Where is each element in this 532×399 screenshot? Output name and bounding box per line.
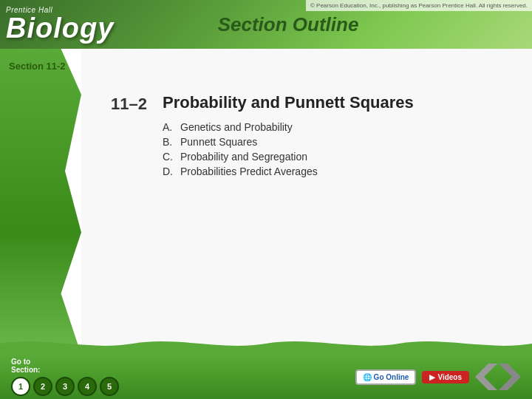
nav-arrows (475, 364, 521, 390)
prev-arrow[interactable] (475, 364, 497, 390)
list-text-b: Punnett Squares (180, 136, 257, 148)
outline-list: A. Genetics and Probability B. Punnett S… (163, 121, 502, 177)
section-btn-1[interactable]: 1 (11, 377, 30, 396)
copyright-bar: © Pearson Education, Inc., publishing as… (306, 0, 532, 11)
section-buttons: 1 2 3 4 5 (11, 377, 119, 396)
go-to-label-line1: Go to (11, 358, 30, 366)
list-item: C. Probability and Segregation (163, 151, 502, 163)
section-btn-5[interactable]: 5 (100, 377, 119, 396)
footer-right: 🌐 Go Online ▶ Videos (355, 364, 521, 390)
list-letter-a: A. (163, 121, 174, 133)
list-letter-b: B. (163, 136, 174, 148)
list-letter-c: C. (163, 151, 174, 163)
section-number: 11–2 (111, 93, 163, 114)
list-item: A. Genetics and Probability (163, 121, 502, 133)
section-title: Probability and Punnett Squares (163, 93, 502, 112)
go-online-icon: 🌐 (363, 373, 372, 381)
section-content: Probability and Punnett Squares A. Genet… (163, 93, 502, 180)
main-content: 11–2 Probability and Punnett Squares A. … (81, 49, 532, 355)
section-btn-2[interactable]: 2 (33, 377, 52, 396)
list-text-a: Genetics and Probability (180, 121, 293, 133)
list-text-c: Probability and Segregation (180, 151, 307, 163)
left-sidebar (0, 49, 81, 355)
videos-button[interactable]: ▶ Videos (422, 371, 469, 383)
footer: Go to Section: 1 2 3 4 5 🌐 Go Online ▶ V… (0, 355, 532, 399)
go-online-button[interactable]: 🌐 Go Online (355, 369, 417, 385)
go-online-label: Go Online (374, 373, 409, 381)
section-btn-3[interactable]: 3 (55, 377, 75, 396)
section-btn-4[interactable]: 4 (78, 377, 97, 396)
list-letter-d: D. (163, 166, 174, 177)
page-container: Prentice Hall Biology Section Outline © … (0, 0, 532, 399)
go-to-section: Go to Section: 1 2 3 4 5 (11, 358, 119, 396)
section-outline-label: Section Outline (218, 13, 359, 36)
go-to-label-line2: Section: (11, 366, 40, 374)
header-area: Prentice Hall Biology Section Outline © … (0, 0, 532, 49)
next-arrow[interactable] (499, 364, 521, 390)
list-text-d: Probabilities Predict Averages (180, 166, 318, 177)
list-item: B. Punnett Squares (163, 136, 502, 148)
section-row: 11–2 Probability and Punnett Squares A. … (111, 93, 502, 180)
section-label: Section 11-2 (9, 61, 66, 72)
list-item: D. Probabilities Predict Averages (163, 166, 502, 177)
videos-label: Videos (437, 373, 462, 381)
video-icon: ▶ (429, 373, 435, 381)
